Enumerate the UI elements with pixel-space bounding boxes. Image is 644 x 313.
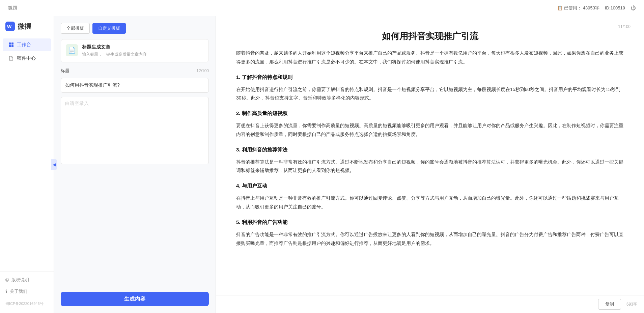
template-icon: 📄: [66, 44, 78, 56]
right-panel: 11/100 如何用抖音实现推广引流 随着抖音的普及，越来越多的人开始利用这个短…: [216, 16, 644, 313]
sidebar-item-workbench-label: 工作台: [17, 42, 31, 48]
title-input[interactable]: [61, 78, 209, 93]
sidebar-logo-text: 微撰: [18, 22, 31, 31]
template-card[interactable]: 📄 标题生成文章 输入标题，一键生成高质量文章内容: [61, 39, 209, 62]
article-para-10: 抖音的广告功能是一种非常有效的推广引流方式。你可以通过广告投放来让更多的人看到你…: [236, 230, 624, 248]
article-heading-7: 4. 与用户互动: [236, 181, 624, 191]
drafts-icon: [8, 55, 14, 61]
divider: [61, 285, 209, 285]
svg-rect-5: [11, 45, 13, 47]
article-para-6: 抖音的推荐算法是一种非常有效的推广引流方式。通过不断地发布和分享自己的短视频，你…: [236, 158, 624, 175]
body-placeholder-text: 白请空录入: [65, 101, 89, 107]
sidebar-item-drafts[interactable]: 稿件中心: [3, 52, 51, 65]
power-icon[interactable]: ⏻: [631, 5, 636, 11]
tab-row: 全部模板 自定义模板: [61, 23, 209, 34]
form-section: 标题 12/100 白请空录入: [61, 68, 209, 164]
sidebar-logo: W 微撰: [0, 22, 54, 38]
workbench-icon: [8, 42, 14, 48]
tab-all-templates[interactable]: 全部模板: [61, 23, 90, 34]
sidebar-nav: 工作台 稿件中心: [0, 38, 54, 65]
article-title: 如何用抖音实现推广引流: [382, 30, 478, 42]
left-panel: 全部模板 自定义模板 📄 标题生成文章 输入标题，一键生成高质量文章内容 标题 …: [54, 16, 216, 313]
template-desc: 输入标题，一键生成高质量文章内容: [82, 52, 147, 57]
icp-text: 蜀ICP备2022016946号: [0, 300, 54, 308]
title-char-count: 12/100: [196, 68, 209, 73]
copy-button[interactable]: 复制: [598, 299, 621, 310]
article-footer: 复制 693字: [216, 295, 644, 313]
body-placeholder[interactable]: 白请空录入: [61, 97, 209, 164]
article-para-4: 要想在抖音上获得更多的流量，你需要制作高质量的短视频。高质量的短视频能够吸引更多…: [236, 121, 624, 139]
sidebar-item-workbench[interactable]: 工作台: [3, 38, 51, 51]
svg-rect-4: [9, 45, 11, 47]
top-bar: 微撰 📋 已使用： 43953字 ID:100519 ⏻: [0, 0, 644, 16]
logo-icon: W: [5, 22, 15, 31]
svg-rect-3: [11, 42, 13, 45]
collapse-handle[interactable]: ◀: [51, 159, 57, 170]
topbar-right: 📋 已使用： 43953字 ID:100519 ⏻: [557, 5, 636, 11]
template-title: 标题生成文章: [82, 44, 147, 50]
article-heading-1: 1. 了解抖音的特点和规则: [236, 73, 624, 82]
about-label: 关于我们: [10, 288, 27, 294]
word-count: 693字: [626, 302, 637, 307]
article-heading-3: 2. 制作高质量的短视频: [236, 109, 624, 118]
generate-button[interactable]: 生成内容: [61, 292, 209, 306]
article-heading-5: 3. 利用抖音的推荐算法: [236, 145, 624, 154]
main-area: W 微撰: [0, 16, 644, 313]
article-content: 随着抖音的普及，越来越多的人开始利用这个短视频分享平台来推广自己的产品或服务。抖…: [216, 46, 644, 295]
article-heading-9: 5. 利用抖音的广告功能: [236, 218, 624, 227]
topbar-title: 微撰: [8, 5, 18, 11]
usage-count: 43953字: [583, 5, 599, 11]
title-label: 标题: [61, 68, 69, 74]
article-page-count: 11/100: [618, 24, 631, 29]
sidebar-bottom: © 版权说明 ℹ 关于我们: [0, 271, 54, 300]
article-header: 11/100 如何用抖音实现推广引流: [216, 16, 644, 46]
article-para-2: 在开始使用抖音进行推广引流之前，你需要了解抖音的特点和规则。抖音是一个短视频分享…: [236, 85, 624, 103]
template-info: 标题生成文章 输入标题，一键生成高质量文章内容: [82, 44, 147, 57]
form-label-row: 标题 12/100: [61, 68, 209, 74]
tab-custom-templates[interactable]: 自定义模板: [92, 23, 126, 34]
copyright-label: 版权说明: [11, 277, 29, 283]
sidebar-item-drafts-label: 稿件中心: [17, 55, 36, 61]
usage-info: 📋 已使用： 43953字: [557, 5, 599, 11]
sidebar-item-copyright[interactable]: © 版权说明: [0, 274, 54, 286]
article-para-0: 随着抖音的普及，越来越多的人开始利用这个短视频分享平台来推广自己的产品或服务。抖…: [236, 49, 624, 66]
id-info: ID:100519: [605, 5, 625, 10]
app-container: 微撰 📋 已使用： 43953字 ID:100519 ⏻ W: [0, 0, 644, 313]
svg-text:W: W: [7, 24, 12, 29]
article-para-8: 在抖音上与用户互动是一种非常有效的推广引流方式。你可以通过回复评论、点赞、分享等…: [236, 194, 624, 211]
sidebar-item-about[interactable]: ℹ 关于我们: [0, 286, 54, 297]
usage-label: 已使用：: [564, 5, 582, 11]
usage-icon: 📋: [557, 5, 563, 10]
about-icon: ℹ: [5, 289, 7, 294]
copyright-icon: ©: [5, 277, 9, 283]
sidebar: W 微撰: [0, 16, 54, 313]
svg-rect-2: [9, 42, 11, 45]
